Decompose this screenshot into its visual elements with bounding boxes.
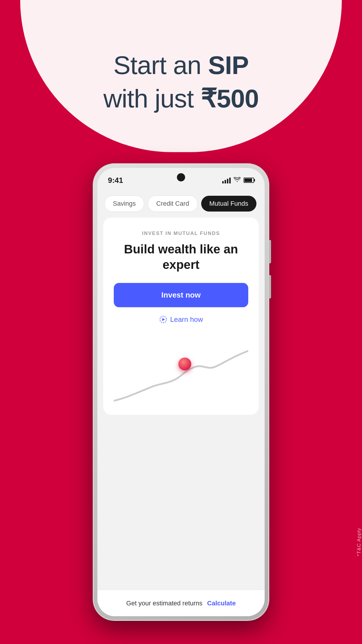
tab-mutual-funds-label: Mutual Funds xyxy=(209,200,248,207)
hero-bubble: Start an SIP with just ₹500 xyxy=(20,0,342,152)
signal-bar-3 xyxy=(227,179,228,183)
tab-credit-card[interactable]: Credit Card xyxy=(148,195,197,212)
card-subtitle: INVEST IN MUTUAL FUNDS xyxy=(142,231,220,236)
learn-how-text: Learn how xyxy=(170,315,203,324)
headline-just: with just xyxy=(103,84,200,113)
tab-savings-label: Savings xyxy=(113,200,136,207)
bottom-bar: Get your estimated returns Calculate xyxy=(97,590,265,616)
signal-bar-2 xyxy=(225,180,226,183)
tab-credit-card-label: Credit Card xyxy=(156,200,189,207)
learn-icon xyxy=(159,315,167,324)
status-icons xyxy=(222,177,254,184)
headline-line1: Start an SIP xyxy=(103,50,258,81)
camera-notch xyxy=(177,173,185,181)
estimated-returns-label: Get your estimated returns xyxy=(126,600,202,607)
battery-icon xyxy=(244,178,254,183)
learn-how-link[interactable]: Learn how xyxy=(159,315,203,324)
status-time: 9:41 xyxy=(108,176,123,185)
headline-line2: with just ₹500 xyxy=(103,83,258,114)
investment-chart xyxy=(114,334,248,404)
signal-bar-4 xyxy=(229,178,231,183)
card-title: Build wealth like an expert xyxy=(114,242,248,272)
signal-bar-1 xyxy=(222,181,224,183)
tab-mutual-funds[interactable]: Mutual Funds xyxy=(201,196,256,212)
headline-sip: SIP xyxy=(208,51,249,80)
tab-navigation: Savings Credit Card Mutual Funds xyxy=(97,192,265,215)
tnc-text: *T&C Apply xyxy=(356,528,362,556)
tab-savings[interactable]: Savings xyxy=(104,195,144,212)
headline-amount: ₹500 xyxy=(201,84,259,113)
battery-fill xyxy=(244,178,252,182)
calculate-link[interactable]: Calculate xyxy=(207,600,236,607)
phone-frame: 9:41 xyxy=(93,164,269,620)
headline-prefix: Start an xyxy=(113,51,208,80)
investment-card: INVEST IN MUTUAL FUNDS Build wealth like… xyxy=(103,218,259,415)
wifi-icon xyxy=(234,177,241,184)
invest-now-button[interactable]: Invest now xyxy=(114,283,248,307)
svg-marker-1 xyxy=(162,318,165,321)
headline: Start an SIP with just ₹500 xyxy=(103,50,258,114)
chart-ball xyxy=(178,358,191,370)
phone-screen: 9:41 xyxy=(97,168,265,616)
signal-icon xyxy=(222,177,231,183)
phone-mockup: 9:41 xyxy=(93,164,269,620)
